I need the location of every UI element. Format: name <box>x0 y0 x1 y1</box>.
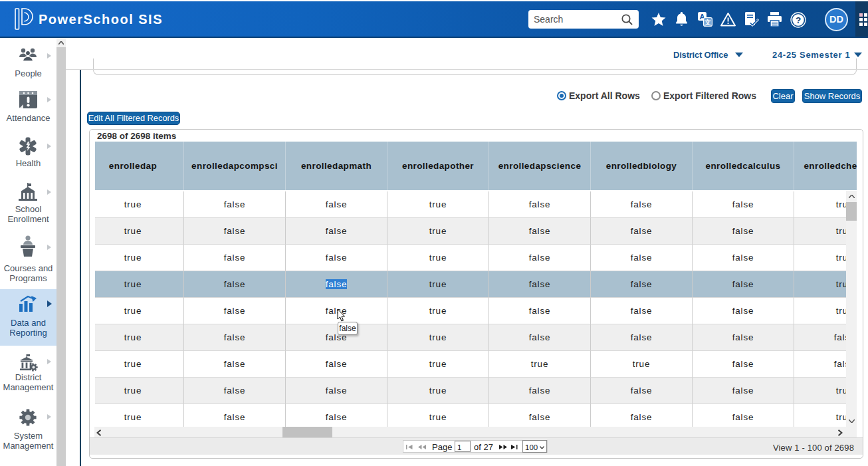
svg-text:文: 文 <box>704 19 711 26</box>
svg-text:?: ? <box>796 15 801 25</box>
